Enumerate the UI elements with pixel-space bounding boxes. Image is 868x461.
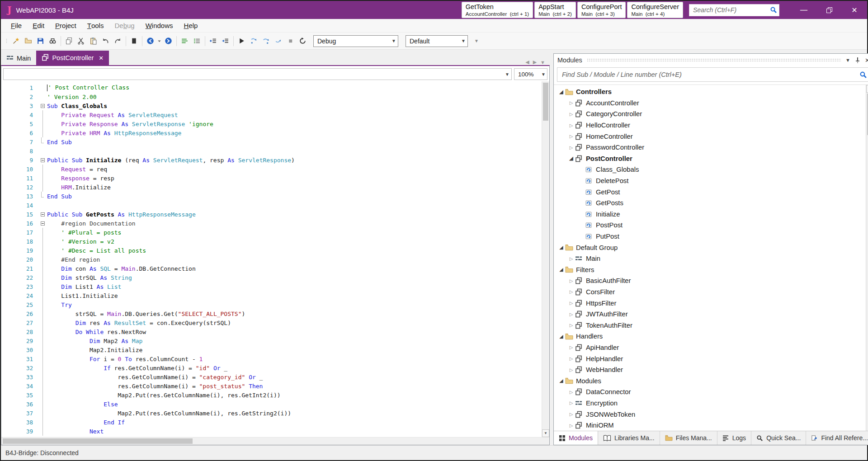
tree-item-jwtauthfilter[interactable]: ▷JWTAuthFilter — [554, 309, 866, 320]
collapsed-arrow-icon[interactable]: ▷ — [567, 289, 575, 294]
code-editor[interactable]: 1' Post Controller Class2' Version 2.003… — [1, 81, 542, 437]
expanded-arrow-icon[interactable]: ◢ — [557, 89, 565, 95]
navigate-back-button[interactable] — [144, 35, 156, 47]
fold-toggle-icon[interactable] — [39, 210, 46, 219]
collapsed-arrow-icon[interactable]: ▷ — [567, 323, 575, 328]
debug-mode-combobox[interactable]: Debug▼ — [313, 35, 398, 47]
panel-menu-chevron-icon[interactable]: ▼ — [845, 57, 850, 63]
scroll-up-button[interactable]: ▲ — [866, 85, 868, 93]
collapsed-arrow-icon[interactable]: ▷ — [567, 112, 575, 117]
fold-collapse-box[interactable] — [41, 158, 45, 162]
title-search-input[interactable] — [693, 6, 770, 14]
quick-run-button-configureport[interactable]: ConfigurePortMain (ctrl + 3) — [577, 2, 626, 18]
tree-item-postcontroller[interactable]: ◢PostController — [554, 153, 866, 165]
collapsed-arrow-icon[interactable]: ▷ — [567, 400, 575, 405]
menu-tools[interactable]: Tools — [82, 19, 109, 32]
tree-item-default-group[interactable]: ◢Default Group — [554, 242, 866, 253]
collapsed-arrow-icon[interactable]: ▷ — [567, 345, 575, 350]
open-project-button[interactable] — [22, 35, 34, 47]
build-configuration-combobox[interactable]: Default▼ — [406, 35, 468, 47]
scroll-down-button[interactable]: ▼ — [866, 423, 868, 431]
tree-item-httpsfilter[interactable]: ▷HttpsFilter — [554, 297, 866, 309]
close-button[interactable]: ✕ — [842, 1, 867, 19]
fold-toggle-icon[interactable] — [39, 101, 46, 110]
toolbar-overflow-icon[interactable]: ▼ — [474, 38, 479, 43]
tool-tab-logs[interactable]: Logs — [717, 431, 751, 445]
find-button[interactable] — [47, 35, 59, 47]
fold-collapse-box[interactable] — [41, 104, 45, 108]
collapsed-arrow-icon[interactable]: ▷ — [567, 356, 575, 361]
bookmark-button[interactable] — [128, 35, 140, 47]
panel-drag-handle[interactable] — [587, 58, 841, 62]
tree-item-handlers[interactable]: ◢Handlers — [554, 331, 866, 342]
tree-item-encryption[interactable]: ▷Encryption — [554, 398, 866, 409]
collapsed-arrow-icon[interactable]: ▷ — [567, 423, 575, 428]
tree-item-homecontroller[interactable]: ▷HomeController — [554, 131, 866, 142]
tree-item-controllers[interactable]: ◢Controllers — [554, 86, 866, 98]
collapsed-arrow-icon[interactable]: ▷ — [567, 145, 575, 150]
tree-vertical-scrollbar[interactable]: ▲ ▼ — [866, 85, 868, 431]
quick-run-button-configureserver[interactable]: ConfigureServerMain (ctrl + 4) — [627, 2, 683, 18]
tab-postcontroller[interactable]: PostController✕ — [36, 51, 109, 65]
rebuild-button[interactable] — [297, 35, 309, 47]
menu-windows[interactable]: Windows — [140, 19, 179, 32]
indent-increase-button[interactable] — [219, 35, 231, 47]
editor-hscroll-thumb[interactable] — [3, 438, 193, 444]
tree-item-jsonwebtoken[interactable]: ▷JSONWebToken — [554, 409, 866, 420]
navigate-forward-button[interactable] — [162, 35, 175, 47]
tree-item-corsfilter[interactable]: ▷CorsFilter — [554, 287, 866, 298]
tree-item-webhandler[interactable]: ▷WebHandler — [554, 364, 866, 376]
tree-item-hellocontroller[interactable]: ▷HelloController — [554, 120, 866, 131]
tree-item-dataconnector[interactable]: ▷DataConnector — [554, 386, 866, 398]
tree-item-getposts[interactable]: GetPosts — [554, 198, 866, 209]
collapsed-arrow-icon[interactable]: ▷ — [567, 367, 575, 372]
comment-options-button[interactable] — [191, 35, 203, 47]
cut-button[interactable] — [75, 35, 87, 47]
collapsed-arrow-icon[interactable]: ▷ — [567, 312, 575, 317]
stop-button[interactable] — [284, 35, 297, 47]
expanded-arrow-icon[interactable]: ◢ — [557, 267, 565, 273]
restore-button[interactable] — [816, 1, 842, 19]
tool-tab-files-mana[interactable]: Files Mana... — [660, 431, 717, 445]
tree-item-apihandler[interactable]: ▷ApiHandler — [554, 342, 866, 353]
tree-item-passwordcontroller[interactable]: ▷PasswordController — [554, 142, 866, 153]
tool-tab-find-all-refere[interactable]: Find All Refere... — [806, 431, 868, 445]
tab-close-icon[interactable]: ✕ — [99, 55, 104, 61]
tool-tab-libraries-ma[interactable]: Libraries Ma... — [598, 431, 660, 445]
title-search-box[interactable] — [689, 4, 779, 16]
fold-collapse-box[interactable] — [41, 212, 45, 216]
tab-scroll-left-icon[interactable]: ◀ — [525, 59, 529, 65]
expanded-arrow-icon[interactable]: ◢ — [557, 245, 565, 250]
tree-item-basicauthfilter[interactable]: ▷BasicAuthFilter — [554, 275, 866, 287]
tree-item-modules[interactable]: ◢Modules — [554, 375, 866, 386]
tab-scroll-right-icon[interactable]: ▶ — [533, 59, 537, 65]
tree-item-getpost[interactable]: GetPost — [554, 186, 866, 198]
step-over-button[interactable] — [260, 35, 272, 47]
minimize-button[interactable]: — — [791, 1, 816, 19]
step-into-button[interactable] — [248, 35, 260, 47]
run-button[interactable] — [236, 35, 248, 47]
tree-item-putpost[interactable]: PutPost — [554, 231, 866, 242]
editor-vscroll-thumb[interactable] — [543, 83, 548, 121]
collapsed-arrow-icon[interactable]: ▷ — [567, 134, 575, 139]
menu-project[interactable]: Project — [50, 19, 82, 32]
collapsed-arrow-icon[interactable]: ▷ — [567, 278, 575, 283]
redo-button[interactable] — [112, 35, 124, 47]
back-history-menu-button[interactable] — [156, 35, 162, 47]
paste-button[interactable] — [87, 35, 99, 47]
tree-item-main[interactable]: ▷Main — [554, 253, 866, 264]
scroll-down-button[interactable]: ▼ — [542, 429, 549, 437]
new-module-button[interactable] — [10, 35, 22, 47]
tree-item-helphandler[interactable]: ▷HelpHandler — [554, 353, 866, 364]
tree-item-tokenauthfilter[interactable]: ▷TokenAuthFilter — [554, 320, 866, 331]
collapsed-arrow-icon[interactable]: ▷ — [567, 301, 575, 306]
collapsed-arrow-icon[interactable]: ▷ — [567, 100, 575, 105]
module-selector-combobox[interactable]: ▼ — [3, 68, 512, 80]
collapsed-arrow-icon[interactable]: ▷ — [567, 123, 575, 128]
expanded-arrow-icon[interactable]: ◢ — [557, 334, 565, 339]
comment-button[interactable] — [179, 35, 191, 47]
expanded-arrow-icon[interactable]: ◢ — [557, 378, 565, 384]
editor-zoom-combobox[interactable]: 100% ▼ — [514, 68, 547, 80]
tree-item-accountcontroller[interactable]: ▷AccountController — [554, 98, 866, 109]
pin-icon[interactable] — [855, 57, 860, 63]
